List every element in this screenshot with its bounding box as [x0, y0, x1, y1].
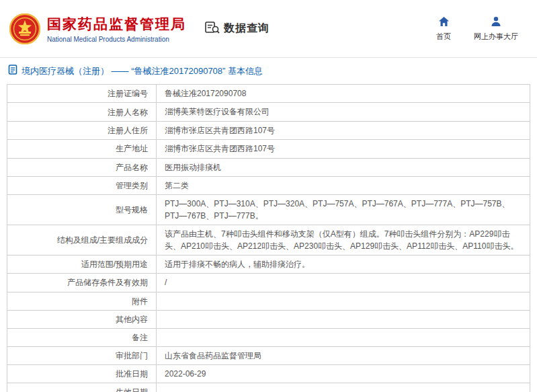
table-row: 其他内容	[7, 311, 530, 329]
nav-home[interactable]: 首页	[436, 16, 451, 42]
table-row: 管理类别第二类	[7, 177, 530, 195]
row-value: 第二类	[157, 177, 530, 194]
row-label: 注册证编号	[7, 85, 157, 102]
table-row: 型号规格PTJ—300A、PTJ—310A、PTJ—320A、PTJ—757A、…	[7, 195, 530, 225]
row-label: 产品储存条件及有效期	[7, 274, 157, 291]
row-value: 适用于排痰不畅的病人，辅助排痰治疗。	[157, 256, 530, 273]
row-label: 生产地址	[7, 140, 157, 157]
agency-title: 国家药品监督管理局	[47, 15, 186, 34]
data-query-section: 数据查询	[205, 21, 270, 37]
row-label: 结构及组成/主要组成成分	[7, 225, 157, 255]
row-label: 生效日期	[7, 383, 157, 392]
row-value: 山东省食品药品监督管理局	[157, 347, 530, 364]
person-icon	[491, 16, 501, 30]
table-row: 结构及组成/主要组成成分该产品由主机、7种叩击头组件和移动支架（仅A型有）组成。…	[7, 225, 530, 256]
row-value: 淄博市张店区共青团西路107号	[157, 122, 530, 139]
row-label: 审批部门	[7, 347, 157, 364]
nav-service-hall[interactable]: 网上办事大厅	[474, 16, 518, 42]
row-value: 淄博市张店区共青团西路107号	[157, 140, 530, 157]
table-row: 注册证编号鲁械注准20172090708	[7, 85, 530, 103]
row-label: 备注	[7, 329, 157, 346]
row-value: 该产品由主机、7种叩击头组件和移动支架（仅A型有）组成。7种叩击头组件分别为：A…	[157, 225, 530, 255]
agency-brand: 国家药品监督管理局 National Medical Products Admi…	[9, 13, 186, 44]
row-label: 产品名称	[7, 159, 157, 176]
nav-home-label: 首页	[436, 32, 451, 42]
table-row: 批准日期2022-06-29	[7, 365, 530, 383]
table-row: 附件	[7, 292, 530, 311]
row-label: 适用范围/预期用途	[7, 256, 157, 273]
row-value: /	[157, 274, 530, 291]
row-label: 型号规格	[7, 195, 157, 225]
doc-icon	[8, 65, 17, 77]
table-row: 备注	[7, 329, 530, 347]
table-row: 产品名称医用振动排痰机	[7, 159, 530, 177]
home-icon	[438, 16, 450, 30]
breadcrumb-text: 境内医疗器械（注册） —— “鲁械注准20172090708” 基本信息	[22, 65, 263, 77]
table-row: 生产地址淄博市张店区共青团西路107号	[7, 140, 530, 158]
row-value: 2022-06-29	[157, 365, 530, 383]
row-value	[157, 311, 530, 328]
row-value	[157, 383, 530, 392]
row-label: 管理类别	[7, 177, 157, 194]
row-value: 医用振动排痰机	[157, 159, 530, 176]
table-row: 注册人名称淄博美莱特医疗设备有限公司	[7, 103, 530, 121]
row-value: 淄博美莱特医疗设备有限公司	[157, 103, 530, 120]
nav-service-hall-label: 网上办事大厅	[474, 32, 518, 42]
table-row: 产品储存条件及有效期/	[7, 274, 530, 292]
registration-detail-table: 注册证编号鲁械注准20172090708 注册人名称淄博美莱特医疗设备有限公司 …	[7, 84, 530, 392]
table-row: 适用范围/预期用途适用于排痰不畅的病人，辅助排痰治疗。	[7, 256, 530, 274]
table-row: 注册人住所淄博市张店区共青团西路107号	[7, 122, 530, 140]
top-nav: 首页 网上办事大厅	[436, 16, 528, 42]
row-value: 鲁械注准20172090708	[157, 85, 530, 102]
breadcrumb: 境内医疗器械（注册） —— “鲁械注准20172090708” 基本信息	[0, 58, 537, 83]
section-title: 数据查询	[224, 22, 270, 36]
row-value	[157, 329, 530, 346]
row-label: 注册人住所	[7, 122, 157, 139]
table-row: 审批部门山东省食品药品监督管理局	[7, 347, 530, 365]
row-label: 批准日期	[7, 365, 157, 383]
row-label: 附件	[7, 292, 157, 310]
row-label: 注册人名称	[7, 103, 157, 120]
page-header: 国家药品监督管理局 National Medical Products Admi…	[0, 0, 537, 58]
table-row: 生效日期	[7, 383, 530, 392]
row-label: 其他内容	[7, 311, 157, 328]
data-query-icon	[205, 21, 220, 37]
national-emblem-icon	[9, 13, 40, 44]
row-value	[157, 292, 530, 310]
row-value: PTJ—300A、PTJ—310A、PTJ—320A、PTJ—757A、PTJ—…	[157, 195, 530, 225]
agency-subtitle: National Medical Products Administration	[47, 36, 186, 43]
